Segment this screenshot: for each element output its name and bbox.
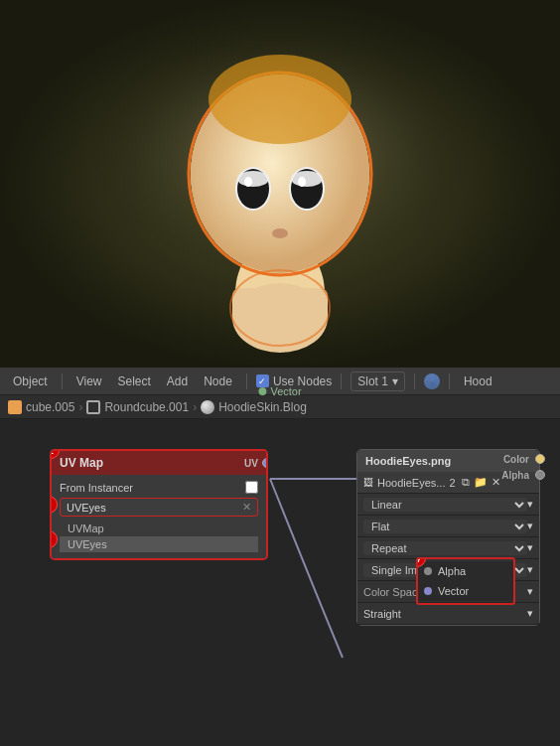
- mesh-label: Roundcube.001: [104, 400, 189, 414]
- from-instancer-field: From Instancer: [60, 481, 258, 494]
- vector-input-row[interactable]: Vector: [418, 581, 513, 601]
- slot-label: Slot 1: [357, 374, 388, 388]
- alpha-output-label: Alpha: [501, 470, 529, 481]
- list-container: 3 UVMap UVEyes: [60, 521, 258, 552]
- vector-dot: [258, 387, 266, 395]
- mesh-icon: [86, 400, 100, 414]
- vector-input-dot: [424, 587, 432, 595]
- add-menu[interactable]: Add: [162, 373, 193, 390]
- color-output-label: Color: [503, 454, 529, 465]
- projection-row[interactable]: Flat ▾: [357, 516, 539, 537]
- separator-5: [449, 373, 450, 389]
- select-menu[interactable]: Select: [112, 373, 155, 390]
- hoodie-eyes-node[interactable]: HoodieEyes.png Color Alpha 🖼 HoodieEyes.…: [356, 449, 540, 626]
- interpolation-row[interactable]: Linear ▾: [357, 494, 539, 516]
- hoodie-node-title: HoodieEyes.png: [365, 455, 451, 467]
- chevron-colorspace: ▾: [527, 585, 533, 598]
- svg-point-11: [237, 171, 269, 187]
- viewport: [0, 0, 560, 368]
- object-label: cube.005: [26, 400, 74, 414]
- alpha-input-row[interactable]: Alpha: [418, 561, 513, 581]
- chevron-extension: ▾: [527, 541, 533, 554]
- vector-input-label: Vector: [438, 585, 469, 597]
- svg-point-17: [272, 228, 288, 238]
- alpha-input-label: Alpha: [438, 565, 466, 577]
- node-menu[interactable]: Node: [199, 373, 237, 390]
- breadcrumb-sep-2: ›: [193, 400, 197, 414]
- uv-map-node[interactable]: 1 UV Map UV From Instancer 2 UVEyes ✕: [50, 449, 268, 560]
- uv-node-body: From Instancer 2 UVEyes ✕ 3 UVMap UVEyes: [52, 475, 266, 558]
- uveyes-value: UVEyes: [67, 502, 106, 514]
- svg-point-8: [209, 55, 351, 144]
- annotation-2: 2: [50, 496, 58, 514]
- uv-node-title: UV Map: [60, 456, 103, 470]
- extension-row[interactable]: Repeat ▾: [357, 537, 539, 559]
- separator-1: [62, 373, 63, 389]
- vector-label: Vector: [270, 385, 301, 397]
- chevron-source: ▾: [527, 563, 533, 576]
- list-item-uvmap[interactable]: UVMap: [60, 521, 258, 536]
- uveyes-remove-button[interactable]: ✕: [242, 501, 251, 514]
- chevron-alpha-mode: ▾: [527, 607, 533, 620]
- hoodie-node-header: HoodieEyes.png Color Alpha: [357, 450, 539, 472]
- color-output-dot[interactable]: [535, 454, 545, 464]
- from-instancer-label: From Instancer: [60, 482, 133, 494]
- interpolation-select[interactable]: Linear: [363, 498, 527, 512]
- annotation-3: 3: [50, 530, 58, 548]
- svg-point-15: [291, 171, 323, 187]
- uveyes-container: 2 UVEyes ✕: [60, 498, 258, 517]
- highlight-box-4: 4 Alpha Vector: [416, 557, 515, 605]
- chevron-projection: ▾: [527, 520, 533, 532]
- view-menu[interactable]: View: [71, 373, 107, 390]
- uv-node-header: UV Map UV: [52, 451, 266, 475]
- chevron-down-icon: ▾: [392, 374, 398, 388]
- alpha-mode-row: Straight ▾: [357, 603, 539, 625]
- separator-3: [341, 373, 342, 389]
- hood-label[interactable]: Hood: [459, 373, 497, 390]
- extension-select[interactable]: Repeat: [363, 541, 527, 555]
- from-instancer-checkbox[interactable]: [245, 481, 258, 494]
- close-sub-icon[interactable]: ✕: [491, 476, 500, 489]
- vector-indicator: Vector: [258, 385, 301, 397]
- slot-dropdown[interactable]: Slot 1 ▾: [350, 372, 405, 391]
- alpha-output-dot[interactable]: [535, 470, 545, 480]
- list-item-uveyes[interactable]: UVEyes: [60, 536, 258, 552]
- material-icon: [201, 400, 214, 414]
- uv-output-dot[interactable]: [262, 458, 268, 468]
- hoodie-sub-number: 2: [449, 477, 455, 489]
- alpha-mode-value: Straight: [363, 608, 401, 620]
- folder-icon[interactable]: 📁: [474, 476, 488, 489]
- object-menu[interactable]: Object: [8, 373, 53, 390]
- copy-icon[interactable]: ⧉: [462, 476, 470, 489]
- separator-2: [246, 373, 247, 389]
- breadcrumb-sep-1: ›: [78, 400, 82, 414]
- node-editor[interactable]: 1 UV Map UV From Instancer 2 UVEyes ✕: [0, 419, 560, 746]
- object-icon: [8, 400, 22, 414]
- svg-point-12: [244, 177, 252, 187]
- breadcrumb: Vector cube.005 › Roundcube.001 › Hoodie…: [0, 395, 560, 419]
- svg-point-16: [298, 177, 306, 187]
- preview-icon: 🖼: [363, 477, 373, 488]
- separator-4: [414, 373, 415, 389]
- svg-rect-19: [232, 288, 328, 323]
- hoodie-sub-label: HoodieEyes...: [377, 477, 445, 489]
- globe-icon[interactable]: [424, 373, 440, 389]
- material-label: HoodieSkin.Blog: [218, 400, 307, 414]
- projection-select[interactable]: Flat: [363, 520, 527, 533]
- uv-label: UV: [244, 458, 258, 469]
- alpha-input-dot: [424, 567, 432, 575]
- uveyes-field[interactable]: UVEyes ✕: [60, 498, 258, 517]
- chevron-interpolation: ▾: [527, 498, 533, 511]
